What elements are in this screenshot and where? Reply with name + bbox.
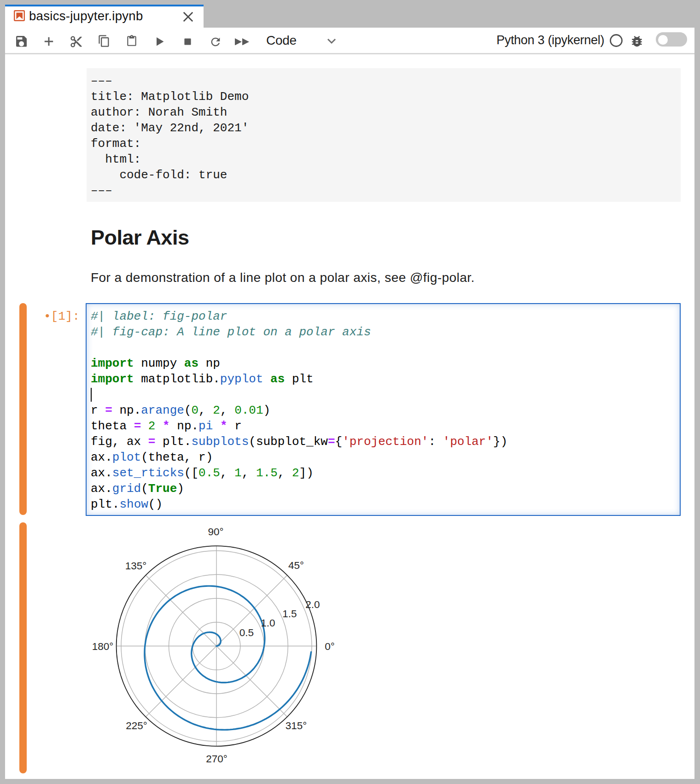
svg-text:45°: 45° — [288, 560, 304, 571]
svg-text:1.0: 1.0 — [261, 617, 275, 629]
svg-text:0.5: 0.5 — [239, 627, 254, 638]
svg-text:180°: 180° — [92, 641, 114, 652]
svg-text:0°: 0° — [325, 641, 335, 652]
svg-text:1.5: 1.5 — [282, 608, 297, 620]
svg-text:135°: 135° — [125, 560, 147, 572]
svg-text:315°: 315° — [286, 720, 307, 731]
svg-text:2.0: 2.0 — [305, 599, 320, 610]
svg-text:270°: 270° — [206, 753, 228, 765]
svg-text:90°: 90° — [208, 526, 223, 538]
svg-text:225°: 225° — [126, 720, 147, 731]
